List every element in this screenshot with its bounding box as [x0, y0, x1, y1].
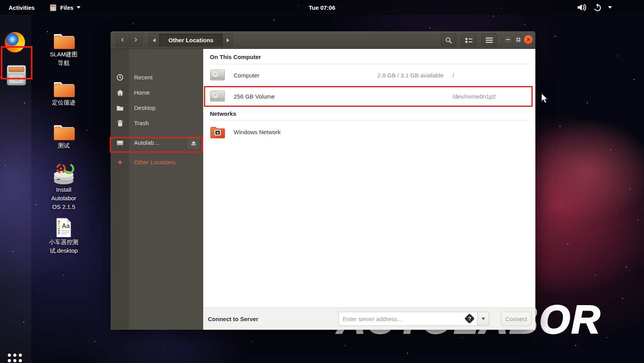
sidebar-item-recent[interactable]: Recent — [111, 70, 203, 85]
caret-down-icon — [481, 318, 485, 320]
server-address-input[interactable] — [338, 312, 478, 326]
sidebar-item-label: Recent — [134, 74, 153, 81]
path-scroll-right-button[interactable] — [222, 34, 233, 47]
folder-icon — [53, 80, 75, 98]
places-sidebar: Recent Home Desktop Trash Autolab… — [111, 49, 203, 330]
caret-down-icon — [77, 6, 80, 9]
home-icon — [116, 89, 124, 97]
power-icon — [593, 3, 602, 12]
desktop-icon-tracking-folder[interactable]: 定位循迹 — [42, 80, 85, 107]
document-icon — [55, 217, 72, 238]
sidebar-item-trash[interactable]: Trash — [111, 115, 203, 131]
desktop-icon-test-folder[interactable]: 测试 — [42, 123, 85, 150]
divider — [210, 120, 531, 120]
path-button-label: Other Locations — [168, 37, 213, 43]
folder-icon — [53, 32, 75, 50]
maximize-button[interactable] — [513, 35, 523, 44]
search-button[interactable] — [441, 34, 456, 47]
desktop-icon-label: SLAM建图 导航 — [42, 50, 85, 67]
show-applications-button[interactable] — [8, 354, 24, 363]
clock-label: Tue 07:06 — [309, 4, 335, 11]
clock-icon — [116, 74, 124, 81]
sidebar-item-home[interactable]: Home — [111, 85, 203, 100]
activities-button[interactable]: Activities — [5, 0, 38, 15]
location-usage: 2.8 GB / 3.1 GB available — [377, 65, 444, 86]
location-path: / — [453, 65, 454, 86]
annotation-box-other-locations — [110, 137, 203, 153]
location-name: Computer — [234, 65, 259, 86]
desktop-icon-slam-folder[interactable]: SLAM建图 导航 — [42, 32, 85, 67]
desktop-icon-label: 定位循迹 — [42, 98, 85, 107]
divider — [210, 64, 531, 64]
recent-servers-dropdown-button[interactable] — [477, 312, 489, 326]
annotation-box-256gb-volume — [204, 86, 533, 107]
connect-button-label: Connect — [505, 316, 527, 322]
trash-icon — [116, 119, 124, 127]
connect-to-server-bar: Connect to Server ? Connect — [203, 307, 535, 330]
location-row-computer[interactable]: Computer 2.8 GB / 3.1 GB available / — [203, 65, 535, 86]
path-button-other-locations[interactable]: Other Locations — [159, 34, 223, 47]
files-app-mini-icon — [49, 4, 57, 11]
menu-button[interactable] — [481, 34, 497, 47]
sidebar-item-label: Other Locations — [134, 159, 175, 165]
system-status-area[interactable] — [577, 0, 612, 15]
close-button[interactable]: ✕ — [524, 35, 533, 44]
triangle-right-icon — [227, 38, 229, 42]
section-heading: On This Computer — [210, 54, 261, 60]
back-button[interactable]: ‹ — [116, 34, 129, 47]
forward-button[interactable]: › — [129, 34, 143, 47]
connect-button[interactable]: Connect — [501, 312, 531, 326]
plus-icon: + — [116, 158, 124, 166]
search-icon — [445, 37, 452, 44]
top-bar: Activities Files Tue 07:06 — [0, 0, 644, 15]
clock[interactable]: Tue 07:06 — [309, 0, 335, 15]
desktop-icon-label: 小车遥控测 试.desktop — [38, 238, 89, 255]
network-folder-icon — [210, 125, 225, 139]
minimize-icon — [506, 39, 510, 40]
activities-label: Activities — [9, 4, 35, 11]
installer-icon — [53, 163, 74, 185]
desktop-icon-installer[interactable]: Install Autolabor OS 2.1.5 — [38, 163, 89, 211]
sidebar-item-label: Trash — [134, 120, 149, 126]
location-row-windows-network[interactable]: Windows Network — [203, 122, 535, 142]
view-toggle-button[interactable] — [461, 34, 477, 47]
minimize-button[interactable] — [503, 35, 513, 44]
folder-icon — [116, 104, 124, 112]
hamburger-icon — [486, 38, 493, 43]
triangle-left-icon — [153, 38, 156, 42]
app-menu-button[interactable]: Files — [47, 0, 83, 15]
maximize-icon — [517, 38, 520, 41]
files-window: ‹ › Other Locations ✕ — [111, 31, 535, 330]
desktop-icon-label: 测试 — [42, 141, 85, 150]
volume-icon — [577, 3, 587, 12]
mouse-cursor — [540, 93, 550, 104]
harddisk-icon — [210, 68, 225, 82]
list-view-icon — [465, 37, 473, 43]
section-heading: Networks — [210, 110, 236, 117]
sidebar-item-label: Home — [134, 89, 150, 96]
path-scroll-left-button[interactable] — [148, 34, 159, 47]
annotation-box-files-launcher — [1, 46, 32, 79]
sidebar-item-desktop[interactable]: Desktop — [111, 100, 203, 115]
sidebar-item-label: Desktop — [134, 104, 156, 111]
close-icon: ✕ — [526, 37, 531, 42]
connect-to-server-label: Connect to Server — [208, 308, 258, 330]
sidebar-item-other-locations[interactable]: + Other Locations — [111, 155, 203, 170]
location-name: Windows Network — [234, 122, 281, 142]
caret-down-icon — [608, 6, 612, 9]
folder-icon — [53, 123, 75, 141]
app-menu-label: Files — [60, 4, 73, 11]
desktop-icon-desktop-file[interactable]: 小车遥控测 试.desktop — [38, 217, 89, 255]
headerbar: ‹ › Other Locations ✕ — [111, 31, 535, 49]
desktop-icon-label: Install Autolabor OS 2.1.5 — [38, 185, 89, 211]
